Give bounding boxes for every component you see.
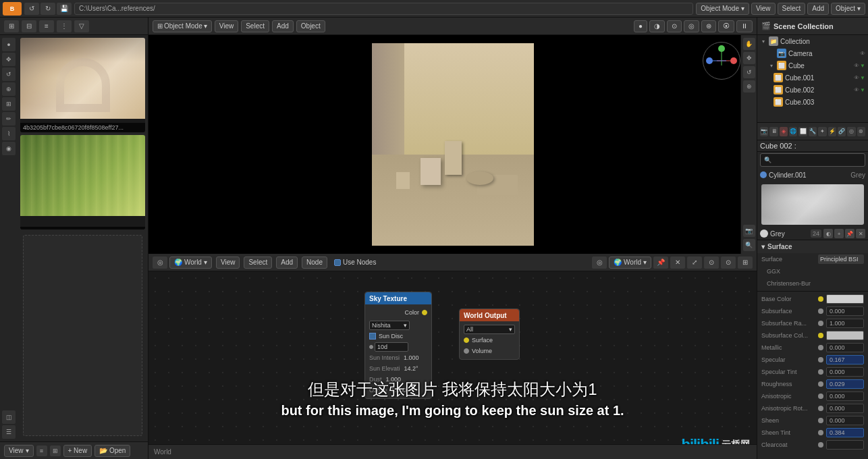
base-color-value[interactable] — [826, 294, 864, 304]
use-nodes-toggle[interactable]: Use Nodes — [331, 259, 379, 266]
props-icon-object[interactable]: ⬜ — [798, 127, 807, 136]
surface-type-selector[interactable]: Principled BSI — [818, 254, 864, 264]
sidebar-icon-btn-4[interactable]: ⋮ — [57, 20, 72, 32]
add-menu[interactable]: Add — [807, 3, 829, 15]
toolbar-btn-save[interactable]: 💾 — [57, 3, 72, 15]
outliner-cube[interactable]: ▾ ⬜ Cube 👁 ▼ — [757, 59, 868, 72]
vp-sidebar-move[interactable]: ✥ — [743, 52, 755, 64]
node-pin-btn[interactable]: 📌 — [653, 256, 668, 269]
props-icon-data[interactable]: ◎ — [847, 127, 855, 136]
props-icon-mod[interactable]: 🔧 — [809, 127, 817, 136]
sidebar-icon-transform[interactable]: ⊞ — [2, 97, 16, 111]
props-icon-constraints[interactable]: 🔗 — [838, 127, 846, 136]
material-pin-btn[interactable]: 📌 — [845, 229, 855, 238]
material-search-bar[interactable]: 🔍 — [760, 153, 865, 167]
thumbnail-1[interactable]: 4b3205bf7cbe8c06720f8f8508eff27... — [20, 38, 145, 132]
gizmo-y-dot[interactable] — [718, 45, 725, 52]
vp-proportional-btn[interactable]: ⦿ — [718, 20, 734, 32]
props-icon-render[interactable]: 📷 — [760, 127, 768, 136]
vp-sidebar-camera[interactable]: 📷 — [743, 225, 755, 237]
props-icon-physics[interactable]: ⚡ — [828, 127, 836, 136]
sidebar-icon-add[interactable]: ◉ — [2, 142, 16, 155]
sidebar-list-view-btn[interactable]: ≡ — [36, 446, 47, 456]
sidebar-icon-scale[interactable]: ⊕ — [2, 82, 16, 96]
sidebar-view-btn[interactable]: View ▾ — [4, 445, 34, 457]
roughness-value[interactable]: 0.029 — [826, 379, 864, 389]
vp-snap-btn[interactable]: ⊛ — [701, 20, 716, 32]
node-node-btn[interactable]: Node — [302, 256, 327, 269]
sidebar-icon-measure[interactable]: ⌇ — [2, 127, 16, 140]
sidebar-open-btn[interactable]: 📂 Open — [94, 445, 130, 457]
props-icon-output[interactable]: 🖥 — [769, 127, 778, 136]
object-menu[interactable]: Object ▾ — [831, 3, 865, 15]
node-select-btn[interactable]: Select — [244, 256, 272, 269]
node-close-btn[interactable]: ✕ — [670, 256, 685, 269]
anisotropic-rot-value[interactable]: 0.000 — [826, 404, 864, 413]
outliner-cube003[interactable]: ⬜ Cube.003 — [757, 96, 868, 108]
world-output-node[interactable]: World Output All ▾ Sur — [459, 308, 520, 360]
output-surface-socket[interactable] — [464, 338, 469, 343]
sidebar-icon-view[interactable]: ● — [2, 38, 16, 51]
node-gizmo-btn[interactable]: ⊙ — [704, 256, 719, 269]
node-expand-btn[interactable]: ⤢ — [687, 256, 702, 269]
outliner-cube002[interactable]: ⬜ Cube.002 👁 ▼ — [757, 84, 868, 96]
object-mode-selector[interactable]: Object Mode ▾ — [696, 3, 749, 15]
node-add-btn[interactable]: Add — [276, 256, 298, 269]
sidebar-icon-bottom1[interactable]: ◫ — [2, 410, 16, 424]
props-icon-material[interactable]: ⊛ — [857, 127, 865, 136]
vp-sidebar-rotate[interactable]: ↺ — [743, 66, 755, 78]
sidebar-icon-rotate[interactable]: ↺ — [2, 68, 16, 81]
sky-texture-node[interactable]: Sky Texture Color Nishita — [364, 292, 432, 399]
vp-object-btn[interactable]: Object — [296, 20, 325, 32]
sky-type-select[interactable]: Nishita ▾ — [369, 321, 410, 330]
vp-sidebar-search[interactable]: 🔍 — [743, 239, 755, 251]
props-icon-active[interactable]: ◈ — [780, 127, 788, 136]
metallic-value[interactable]: 0.000 — [826, 343, 864, 352]
props-icon-world[interactable]: 🌐 — [789, 127, 797, 136]
sun-disc-checkbox[interactable] — [369, 333, 376, 340]
subsurface-color-value[interactable] — [826, 331, 864, 340]
output-volume-socket[interactable] — [464, 348, 469, 354]
sidebar-icon-btn-filter[interactable]: ▽ — [74, 20, 89, 32]
vp-add-btn[interactable]: Add — [272, 20, 294, 32]
sky-color-socket[interactable] — [422, 310, 427, 315]
material-new-btn[interactable]: + — [834, 229, 844, 238]
node-zoom-btn[interactable]: ⊞ — [738, 256, 753, 269]
select-menu[interactable]: Select — [778, 3, 806, 15]
node-icon-btn1[interactable]: ◎ — [592, 256, 607, 269]
vp-sidebar-scale[interactable]: ⊕ — [743, 80, 755, 92]
gizmo-z-dot[interactable] — [706, 57, 713, 64]
material-browse-btn[interactable]: ◐ — [823, 229, 833, 238]
outliner-collection[interactable]: ▾ 📁 Collection — [757, 35, 868, 47]
sidebar-icon-btn-2[interactable]: ⊟ — [22, 20, 36, 32]
node-view-btn[interactable]: View — [216, 256, 240, 269]
sidebar-new-btn[interactable]: + New — [63, 445, 92, 457]
node-editor-type-icon[interactable]: ◎ — [153, 256, 167, 269]
view-menu[interactable]: View — [751, 3, 776, 15]
gizmo-x-dot[interactable] — [730, 57, 737, 64]
material-search-input[interactable] — [774, 157, 861, 163]
sidebar-grid-view-btn[interactable]: ⊞ — [50, 446, 61, 456]
anisotropic-value[interactable]: 0.000 — [826, 392, 864, 401]
subsurface-radius-value[interactable]: 1.000 — [826, 319, 864, 328]
vp-sidebar-hand[interactable]: ✋ — [743, 38, 755, 50]
vp-gizmo-btn[interactable]: ◎ — [684, 20, 699, 32]
surface-section-header[interactable]: ▾ Surface — [757, 240, 868, 253]
sky-sunsize-input[interactable]: 10d — [375, 342, 408, 352]
toolbar-btn-open[interactable]: ↻ — [40, 3, 55, 15]
vp-select-btn[interactable]: Select — [241, 20, 269, 32]
vp-mode-selector[interactable]: ⊞ Object Mode ▾ — [153, 20, 212, 32]
sidebar-icon-move[interactable]: ✥ — [2, 53, 16, 66]
specular-value[interactable]: 0.167 — [826, 355, 864, 364]
sky-sunsize-socket[interactable] — [369, 345, 373, 349]
thumbnail-2[interactable] — [20, 135, 145, 230]
sidebar-icon-btn-3[interactable]: ≡ — [39, 20, 54, 32]
specular-tint-value[interactable]: 0.000 — [826, 367, 864, 377]
node-overlay-btn[interactable]: ⊙ — [721, 256, 736, 269]
outliner-camera[interactable]: 📷 Camera 👁 — [757, 47, 868, 59]
vp-shading-rendered[interactable]: ◑ — [649, 20, 665, 32]
outliner-cube001[interactable]: ⬜ Cube.001 👁 ▼ — [757, 72, 868, 84]
node-world-selector[interactable]: 🌍 World ▾ — [169, 256, 212, 269]
subsurface-value[interactable]: 0.000 — [826, 306, 864, 316]
props-icon-particles[interactable]: ✦ — [818, 127, 826, 136]
